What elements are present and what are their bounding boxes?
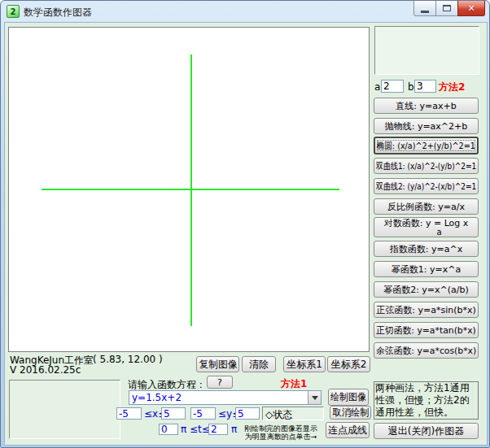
- chevron-down-icon: [312, 396, 318, 400]
- cancel-draw-button[interactable]: 取消绘制: [330, 406, 371, 420]
- clear-button[interactable]: 清除: [242, 356, 276, 372]
- exponential-button[interactable]: 指数函数: y=a^x: [374, 241, 479, 257]
- app-icon-text: 2: [11, 7, 16, 16]
- maximize-button[interactable]: [435, 1, 458, 16]
- clear-label: 清除: [249, 358, 269, 372]
- hint-line2: 为明显离散的点单击→: [238, 433, 324, 441]
- methods-note: 两种画法，方法1通用性强，但慢；方法2的通用性差，但快。: [374, 381, 479, 420]
- preview-panel: [9, 380, 120, 439]
- minimize-icon: [421, 11, 429, 13]
- logarithm-label: 对数函数: y = Log x: [384, 219, 469, 228]
- sine-label: 正弦函数: y=a*sin(b*x): [376, 304, 476, 316]
- t-range-label: π ≤t≤: [181, 424, 210, 435]
- plot-canvas[interactable]: [8, 27, 370, 352]
- method1-label: 方法1: [281, 377, 307, 391]
- draw-image-button[interactable]: 绘制图像: [328, 389, 369, 406]
- help-label: ?: [217, 377, 222, 388]
- sine-button[interactable]: 正弦函数: y=a*sin(b*x): [374, 302, 479, 318]
- close-button[interactable]: ✕: [457, 1, 485, 16]
- power1-button[interactable]: 幂函数1: y=x^a: [374, 261, 479, 277]
- connect-points-button[interactable]: 连点成线: [326, 422, 370, 438]
- power2-button[interactable]: 幂函数2: y=x^(a/b): [374, 281, 479, 298]
- titlebar[interactable]: 2 数学函数作图器 ✕: [1, 1, 489, 22]
- hyperbola2-label: 双曲线2: (y/a)^2-(x/b)^2=1: [376, 181, 476, 193]
- tangent-label: 正切函数: y=a*tan(b*x): [376, 324, 476, 337]
- draw-image-label: 绘制图像: [330, 390, 366, 404]
- hyperbola1-button[interactable]: 双曲线1: (x/a)^2-(y/b)^2=1: [374, 158, 479, 174]
- t-min-input[interactable]: [159, 424, 178, 435]
- combobox-dropdown-button[interactable]: [308, 391, 321, 404]
- hint-line1: 刚绘制完的图像若显示: [238, 424, 324, 433]
- ellipse-button[interactable]: 椭圆: (x/a)^2+(y/b)^2=1: [374, 137, 479, 154]
- x-axis-line: [42, 189, 339, 190]
- parabola-label: 抛物线: y=ax^2+b: [385, 120, 468, 133]
- y-max-input[interactable]: [235, 407, 260, 420]
- y-axis-line: [190, 54, 192, 326]
- copy-image-label: 复制图像: [199, 358, 237, 372]
- methods-note-text: 两种画法，方法1通用性强，但慢；方法2的通用性差，但快。: [375, 382, 470, 418]
- hyperbola1-label: 双曲线1: (x/a)^2-(y/b)^2=1: [376, 160, 476, 172]
- cosine-button[interactable]: 余弦函数: y=a*cos(b*x): [374, 342, 479, 359]
- parabola-button[interactable]: 抛物线: y=ax^2+b: [374, 118, 479, 134]
- status-box: ◇状态: [262, 407, 324, 420]
- b-label: b: [408, 81, 414, 93]
- a-label: a: [374, 81, 380, 93]
- equation-combobox[interactable]: y=1.5x+2: [129, 390, 322, 405]
- version-label: V 2016.02.25c: [10, 364, 81, 376]
- cancel-draw-label: 取消绘制: [332, 406, 369, 420]
- x-max-input[interactable]: [161, 407, 186, 420]
- maximize-icon: [443, 5, 451, 11]
- discrete-points-hint: 刚绘制完的图像若显示 为明显离散的点单击→: [238, 424, 324, 441]
- exit-label: 退出(关闭)作图器: [388, 424, 464, 438]
- logarithm-button[interactable]: 对数函数: y = Log x a: [374, 217, 479, 237]
- line-button[interactable]: 直线: y=ax+b: [374, 98, 479, 114]
- coord-system2-label: 坐标系2: [331, 358, 367, 372]
- inverse-proportion-label: 反比例函数: y=a/x: [387, 201, 465, 213]
- connect-points-label: 连点成线: [328, 424, 367, 437]
- logarithm-base-label: a: [436, 228, 441, 237]
- equation-value: y=1.5x+2: [132, 392, 182, 403]
- x-min-input[interactable]: [116, 407, 142, 420]
- minimize-button[interactable]: [413, 1, 436, 16]
- client-area: WangKeJun工作室 ( 5.83, 12.00 ) V 2016.02.2…: [4, 22, 488, 446]
- ellipse-label: 椭圆: (x/a)^2+(y/b)^2=1: [377, 140, 475, 152]
- cursor-coords: ( 5.83, 12.00 ): [93, 354, 163, 365]
- coord-system1-label: 坐标系1: [287, 358, 322, 372]
- formula-display-panel: [374, 26, 479, 75]
- coord-system1-button[interactable]: 坐标系1: [283, 356, 326, 372]
- method2-label: 方法2: [439, 80, 465, 94]
- app-window: 2 数学函数作图器 ✕ WangKeJun工作室 ( 5.83, 12.00 )…: [0, 0, 490, 448]
- hyperbola2-button[interactable]: 双曲线2: (y/a)^2-(x/b)^2=1: [374, 178, 479, 194]
- a-input[interactable]: [381, 80, 404, 93]
- app-icon: 2: [7, 5, 20, 18]
- b-input[interactable]: [414, 80, 436, 93]
- power2-label: 幂函数2: y=x^(a/b): [383, 284, 469, 296]
- t-suffix-label: π: [231, 424, 237, 435]
- tangent-button[interactable]: 正切函数: y=a*tan(b*x): [374, 322, 479, 338]
- power1-label: 幂函数1: y=x^a: [392, 263, 461, 276]
- help-button[interactable]: ?: [207, 376, 233, 389]
- window-title: 数学函数作图器: [24, 6, 92, 20]
- copy-image-button[interactable]: 复制图像: [196, 356, 239, 372]
- line-label: 直线: y=ax+b: [396, 100, 456, 112]
- cosine-label: 余弦函数: y=a*cos(b*x): [376, 345, 476, 357]
- y-min-input[interactable]: [190, 407, 216, 420]
- status-text: ◇状态: [265, 409, 292, 420]
- exponential-label: 指数函数: y=a^x: [390, 243, 462, 255]
- t-max-input[interactable]: [208, 424, 228, 435]
- inverse-proportion-button[interactable]: 反比例函数: y=a/x: [374, 198, 479, 215]
- close-icon: ✕: [467, 2, 475, 15]
- coord-system2-button[interactable]: 坐标系2: [327, 356, 370, 372]
- exit-button[interactable]: 退出(关闭)作图器: [374, 423, 479, 439]
